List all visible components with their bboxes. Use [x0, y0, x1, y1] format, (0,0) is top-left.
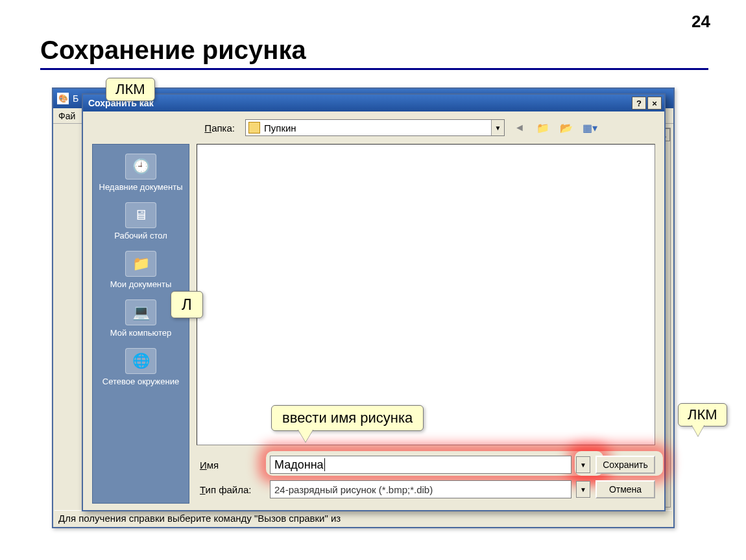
filename-history-dropdown[interactable]: ▼	[576, 456, 590, 473]
statusbar-text: Для получения справки выберите команду "…	[58, 513, 341, 524]
filename-input[interactable]: Мадонна	[270, 456, 572, 474]
save-button[interactable]: Сохранить	[596, 456, 655, 474]
filetype-label: Тип файла:	[200, 484, 265, 495]
filetype-combo[interactable]: 24-разрядный рисунок (*.bmp;*.dib)	[270, 480, 572, 498]
folder-combo[interactable]: Пупкин ▼	[245, 119, 505, 136]
cancel-button[interactable]: Отмена	[596, 480, 655, 498]
file-list[interactable]	[197, 144, 655, 445]
callout-save-text: ЛКМ	[688, 406, 717, 423]
place-mydocs[interactable]: 📁 Мои документы	[93, 247, 189, 296]
folder-label: Папка:	[200, 122, 239, 134]
callout-filename-text: ввести имя рисунка	[282, 410, 413, 426]
place-recent[interactable]: 🕘 Недавние документы	[93, 150, 189, 198]
filename-value: Мадонна	[274, 458, 324, 472]
paint-app-icon: 🎨	[57, 93, 69, 104]
filename-row: Имя Мадонна ▼ Сохранить	[200, 455, 655, 474]
save-as-dialog: Сохранить как ? × Папка: Пупкин ▼ ◄ 📁 📂 …	[82, 93, 666, 511]
back-icon[interactable]: ◄	[511, 119, 528, 136]
dialog-titlebar: Сохранить как ? ×	[83, 95, 664, 111]
place-network[interactable]: 🌐 Сетевое окружение	[93, 344, 189, 393]
filename-label: Имя	[200, 460, 265, 471]
place-recent-label: Недавние документы	[93, 182, 189, 192]
new-folder-icon[interactable]: 📂	[558, 119, 575, 136]
up-folder-icon[interactable]: 📁	[535, 119, 551, 136]
chevron-down-icon[interactable]: ▼	[491, 120, 504, 135]
views-icon[interactable]: ▦▾	[581, 119, 598, 136]
close-button[interactable]: ×	[647, 97, 662, 110]
callout-side: Л	[171, 291, 203, 318]
callout-save-hint: ЛКМ	[678, 403, 727, 426]
place-desktop[interactable]: 🖥 Рабочий стол	[93, 198, 189, 247]
filetype-dropdown[interactable]: ▼	[576, 481, 590, 498]
filetype-value: 24-разрядный рисунок (*.bmp;*.dib)	[274, 484, 433, 495]
computer-icon: 💻	[125, 299, 156, 325]
place-mycomputer-label: Мой компьютер	[93, 328, 189, 338]
folder-icon	[248, 122, 260, 134]
folder-row: Папка: Пупкин ▼ ◄ 📁 📂 ▦▾	[200, 118, 655, 137]
place-network-label: Сетевое окружение	[93, 377, 189, 386]
folder-name: Пупкин	[264, 122, 296, 134]
help-button[interactable]: ?	[632, 97, 646, 110]
filetype-row: Тип файла: 24-разрядный рисунок (*.bmp;*…	[200, 480, 655, 499]
network-icon: 🌐	[125, 348, 156, 374]
place-mydocs-label: Мои документы	[93, 279, 189, 289]
paint-title-text: Б	[73, 93, 78, 104]
recent-docs-icon: 🕘	[125, 154, 156, 180]
slide-title: Сохранение рисунка	[40, 36, 306, 65]
page-number: 24	[692, 12, 710, 32]
places-sidebar: 🕘 Недавние документы 🖥 Рабочий стол 📁 Мо…	[92, 144, 189, 504]
mydocs-icon: 📁	[125, 251, 156, 277]
menu-file[interactable]: Фай	[58, 111, 75, 121]
callout-top: ЛКМ	[106, 78, 155, 101]
title-rule	[40, 68, 708, 70]
place-desktop-label: Рабочий стол	[93, 231, 189, 240]
callout-filename-hint: ввести имя рисунка	[271, 405, 424, 431]
paint-statusbar: Для получения справки выберите команду "…	[54, 510, 672, 526]
desktop-icon: 🖥	[125, 202, 156, 228]
